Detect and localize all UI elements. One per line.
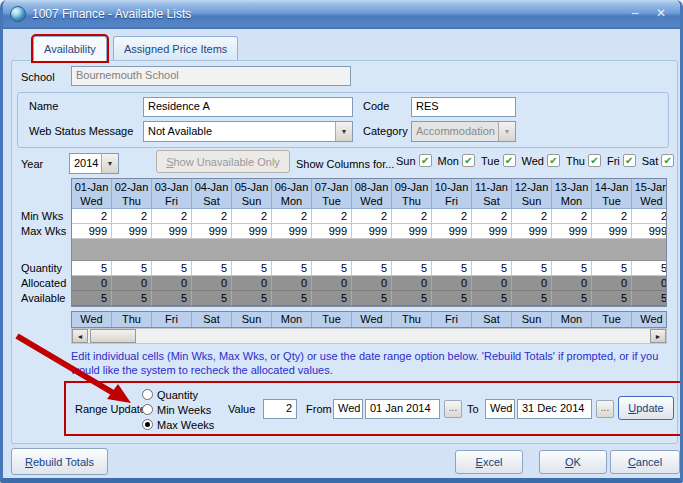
cell-quantity[interactable]: 5 [192, 261, 232, 276]
cell-quantity[interactable]: 5 [552, 261, 592, 276]
value-input[interactable]: 2 [263, 399, 297, 419]
day-filter-thu[interactable]: Thu✔ [566, 154, 601, 167]
cell-quantity[interactable]: 5 [392, 261, 432, 276]
ok-button[interactable]: OK [539, 450, 607, 474]
to-date-picker-button[interactable]: ... [596, 400, 614, 418]
cell-quantity[interactable]: 5 [592, 261, 632, 276]
cell-quantity[interactable]: 5 [312, 261, 352, 276]
rebuild-totals-button[interactable]: Rebuild Totals [11, 448, 108, 475]
cell-max_wks[interactable]: 999 [592, 224, 632, 239]
year-dropdown[interactable]: 2014 ▼ [69, 153, 119, 174]
scroll-left-icon[interactable]: ◄ [72, 329, 88, 343]
cell-min_wks[interactable]: 2 [392, 209, 432, 224]
checkbox-fri-icon[interactable]: ✔ [623, 154, 636, 167]
cell-available: 5 [392, 291, 432, 306]
cell-min_wks[interactable]: 2 [632, 209, 667, 224]
cell-max_wks[interactable]: 999 [312, 224, 352, 239]
from-label: From [306, 403, 332, 415]
cell-max_wks[interactable]: 999 [472, 224, 512, 239]
cell-quantity[interactable]: 5 [632, 261, 667, 276]
cell-quantity[interactable]: 5 [272, 261, 312, 276]
day-filter-mon[interactable]: Mon✔ [438, 154, 475, 167]
cell-min_wks[interactable]: 2 [352, 209, 392, 224]
cell-max_wks[interactable]: 999 [232, 224, 272, 239]
cell-quantity[interactable]: 5 [432, 261, 472, 276]
cell-quantity[interactable]: 5 [512, 261, 552, 276]
grid-column-header: 13-JanMon [552, 179, 592, 209]
cell-min_wks[interactable]: 2 [552, 209, 592, 224]
close-button[interactable]: ✕ [651, 6, 671, 22]
cell-quantity[interactable]: 5 [72, 261, 112, 276]
checkbox-thu-icon[interactable]: ✔ [588, 154, 601, 167]
cell-quantity[interactable]: 5 [112, 261, 152, 276]
from-date-picker-button[interactable]: ... [444, 400, 462, 418]
cell-max_wks[interactable]: 999 [512, 224, 552, 239]
from-date-input[interactable]: 01 Jan 2014 [365, 399, 440, 419]
grid-footer-day: Wed [632, 312, 667, 327]
radio-max-weeks[interactable]: Max Weeks [142, 417, 214, 432]
day-filter-sun[interactable]: Sun✔ [396, 154, 432, 167]
grid-column-date: 03-Jan [152, 180, 191, 194]
day-filter-fri[interactable]: Fri✔ [607, 154, 636, 167]
tab-assigned-price-items[interactable]: Assigned Price Items [113, 36, 238, 61]
cell-max_wks[interactable]: 999 [392, 224, 432, 239]
cell-allocated: 0 [552, 276, 592, 291]
cell-min_wks[interactable]: 2 [312, 209, 352, 224]
grid-row-min_wks: 222222222222222 [72, 209, 667, 224]
cell-min_wks[interactable]: 2 [272, 209, 312, 224]
checkbox-wed-icon[interactable]: ✔ [547, 154, 560, 167]
checkbox-sat-icon[interactable]: ✔ [661, 154, 674, 167]
cell-min_wks[interactable]: 2 [192, 209, 232, 224]
cell-max_wks[interactable]: 999 [192, 224, 232, 239]
tab-availability[interactable]: Availability [33, 36, 107, 61]
cell-min_wks[interactable]: 2 [232, 209, 272, 224]
excel-button[interactable]: Excel [455, 450, 523, 474]
day-filter-sat[interactable]: Sat✔ [642, 154, 675, 167]
cell-min_wks[interactable]: 2 [512, 209, 552, 224]
checkbox-tue-icon[interactable]: ✔ [503, 154, 516, 167]
cell-max_wks[interactable]: 999 [112, 224, 152, 239]
cell-min_wks[interactable]: 2 [432, 209, 472, 224]
cell-available: 5 [552, 291, 592, 306]
name-field[interactable]: Residence A [143, 97, 353, 117]
checkbox-mon-icon[interactable]: ✔ [462, 154, 475, 167]
day-filter-wed[interactable]: Wed✔ [522, 154, 560, 167]
category-value: Accommodation [416, 125, 495, 137]
cell-max_wks[interactable]: 999 [432, 224, 472, 239]
cell-quantity[interactable]: 5 [352, 261, 392, 276]
radio-min-weeks[interactable]: Min Weeks [142, 402, 214, 417]
day-filter-tue[interactable]: Tue✔ [481, 154, 516, 167]
cell-min_wks[interactable]: 2 [472, 209, 512, 224]
to-date-input[interactable]: 31 Dec 2014 [517, 399, 592, 419]
cell-available: 5 [592, 291, 632, 306]
cell-max_wks[interactable]: 999 [352, 224, 392, 239]
cell-max_wks[interactable]: 999 [272, 224, 312, 239]
grid-column-header: 08-JanWed [352, 179, 392, 209]
cell-min_wks[interactable]: 2 [152, 209, 192, 224]
cell-max_wks[interactable]: 999 [552, 224, 592, 239]
update-button[interactable]: Update [618, 396, 674, 420]
cancel-button[interactable]: Cancel [610, 450, 680, 474]
cell-quantity[interactable]: 5 [472, 261, 512, 276]
code-field[interactable]: RES [411, 97, 516, 117]
cell-quantity[interactable]: 5 [152, 261, 192, 276]
grid-column-header: 01-JanWed [72, 179, 112, 209]
cell-max_wks[interactable]: 999 [152, 224, 192, 239]
cell-quantity[interactable]: 5 [232, 261, 272, 276]
cell-min_wks[interactable]: 2 [592, 209, 632, 224]
chevron-down-icon[interactable]: ▼ [101, 154, 118, 173]
grid-column-day: Mon [552, 194, 591, 208]
minimize-button[interactable]: – [625, 6, 645, 22]
scroll-right-icon[interactable]: ► [650, 329, 666, 343]
scrollbar-thumb[interactable] [90, 329, 136, 343]
web-status-dropdown[interactable]: Not Available ▼ [143, 121, 353, 142]
grid-horizontal-scrollbar[interactable]: ◄ ► [71, 328, 667, 344]
radio-quantity[interactable]: Quantity [142, 387, 214, 402]
cell-min_wks[interactable]: 2 [72, 209, 112, 224]
category-dropdown: Accommodation ▼ [411, 121, 516, 142]
cell-max_wks[interactable]: 999 [632, 224, 667, 239]
chevron-down-icon[interactable]: ▼ [335, 122, 352, 141]
cell-max_wks[interactable]: 999 [72, 224, 112, 239]
checkbox-sun-icon[interactable]: ✔ [419, 154, 432, 167]
cell-min_wks[interactable]: 2 [112, 209, 152, 224]
